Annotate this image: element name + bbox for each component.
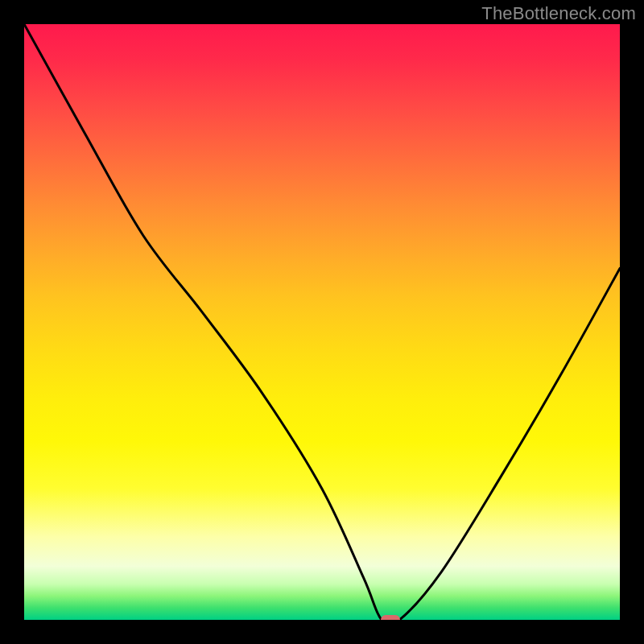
chart-frame: TheBottleneck.com: [0, 0, 644, 644]
watermark: TheBottleneck.com: [481, 3, 636, 24]
optimal-marker: [381, 615, 400, 620]
bottleneck-curve: [24, 24, 620, 620]
plot-area: [24, 24, 620, 620]
